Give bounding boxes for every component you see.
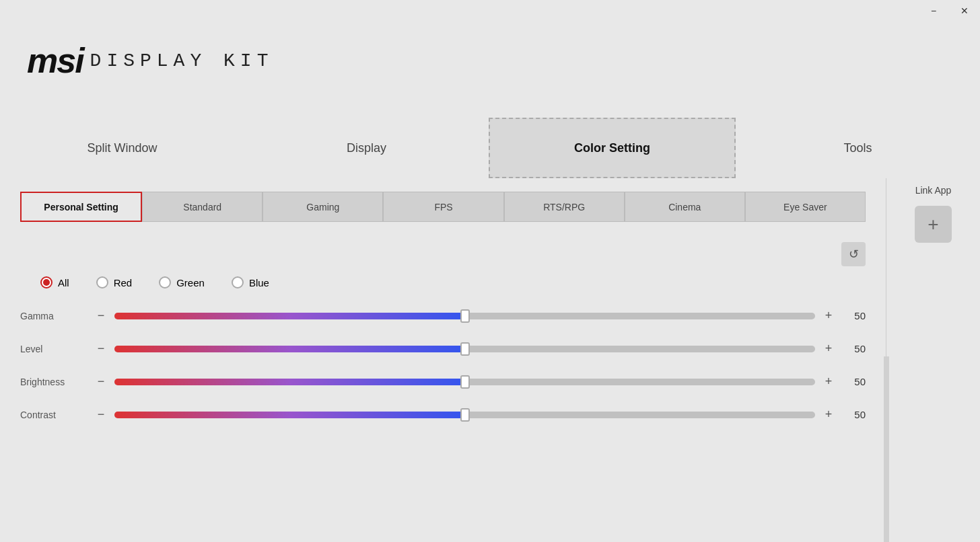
slider-gamma-thumb[interactable] xyxy=(460,309,470,323)
radio-all[interactable]: All xyxy=(40,276,69,288)
slider-gamma-label: Gamma xyxy=(20,311,88,321)
profile-tabs: Personal Setting Standard Gaming FPS RTS… xyxy=(20,192,866,222)
slider-level-thumb[interactable] xyxy=(460,342,470,356)
radio-blue-label: Blue xyxy=(249,277,269,288)
slider-contrast-thumb[interactable] xyxy=(460,408,470,422)
slider-level-fill xyxy=(114,346,465,352)
profile-tab-standard[interactable]: Standard xyxy=(142,192,262,222)
slider-brightness-plus[interactable]: + xyxy=(822,375,835,389)
radio-green[interactable]: Green xyxy=(159,276,205,288)
slider-gamma-value: 50 xyxy=(842,310,866,321)
slider-contrast-plus[interactable]: + xyxy=(822,408,835,422)
radio-green-label: Green xyxy=(176,277,205,288)
minimize-button[interactable]: − xyxy=(918,0,949,22)
slider-level-value: 50 xyxy=(842,343,866,354)
profile-tab-eye-saver[interactable]: Eye Saver xyxy=(745,192,866,222)
slider-gamma-minus[interactable]: − xyxy=(94,309,108,323)
profile-tab-rts-rpg[interactable]: RTS/RPG xyxy=(504,192,625,222)
slider-gamma-fill xyxy=(114,313,465,319)
link-app-add-button[interactable]: + xyxy=(915,206,952,243)
scrollbar[interactable] xyxy=(884,356,889,542)
slider-gamma-plus[interactable]: + xyxy=(822,309,835,323)
radio-all-circle xyxy=(40,276,53,288)
slider-row-contrast: Contrast − + 50 xyxy=(20,408,866,422)
reset-area: ↺ xyxy=(20,242,866,266)
radio-red[interactable]: Red xyxy=(96,276,133,288)
profile-tab-cinema[interactable]: Cinema xyxy=(625,192,745,222)
tab-split-window[interactable]: Split Window xyxy=(0,118,244,178)
slider-row-gamma: Gamma − + 50 xyxy=(20,309,866,323)
slider-contrast-minus[interactable]: − xyxy=(94,408,108,422)
slider-contrast-label: Contrast xyxy=(20,410,88,420)
profile-tab-fps[interactable]: FPS xyxy=(383,192,503,222)
content-area: Personal Setting Standard Gaming FPS RTS… xyxy=(0,178,980,542)
slider-contrast-fill xyxy=(114,412,465,418)
close-button[interactable]: ✕ xyxy=(949,0,980,22)
slider-level-label: Level xyxy=(20,344,88,354)
slider-contrast-track[interactable] xyxy=(114,412,815,418)
radio-blue-circle xyxy=(232,276,244,288)
slider-contrast-value: 50 xyxy=(842,409,866,420)
slider-level-track[interactable] xyxy=(114,346,815,352)
slider-brightness-value: 50 xyxy=(842,376,866,387)
radio-red-circle xyxy=(96,276,108,288)
color-channels: All Red Green Blue xyxy=(20,276,866,288)
main-panel: Personal Setting Standard Gaming FPS RTS… xyxy=(0,178,886,542)
profile-tab-personal[interactable]: Personal Setting xyxy=(20,192,142,222)
reset-button[interactable]: ↺ xyxy=(841,242,866,266)
slider-row-brightness: Brightness − + 50 xyxy=(20,375,866,389)
tab-color-setting[interactable]: Color Setting xyxy=(489,118,736,178)
title-bar: − ✕ xyxy=(918,0,980,22)
slider-row-level: Level − + 50 xyxy=(20,342,866,356)
slider-brightness-thumb[interactable] xyxy=(460,375,470,389)
slider-brightness-label: Brightness xyxy=(20,377,88,387)
slider-brightness-minus[interactable]: − xyxy=(94,375,108,389)
radio-red-label: Red xyxy=(114,277,133,288)
tab-tools[interactable]: Tools xyxy=(736,118,980,178)
header: msi DISPLAY KIT xyxy=(0,0,980,108)
logo-area: msi DISPLAY KIT xyxy=(27,40,273,81)
slider-brightness-track[interactable] xyxy=(114,379,815,385)
tab-display[interactable]: Display xyxy=(244,118,489,178)
radio-all-label: All xyxy=(58,277,69,288)
radio-green-circle xyxy=(159,276,171,288)
slider-brightness-fill xyxy=(114,379,465,385)
radio-blue[interactable]: Blue xyxy=(232,276,269,288)
profile-tab-gaming[interactable]: Gaming xyxy=(262,192,383,222)
right-panel: Link App + xyxy=(886,178,980,542)
logo-subtitle: DISPLAY KIT xyxy=(90,50,274,71)
nav-tabs: Split Window Display Color Setting Tools xyxy=(0,118,980,178)
logo-msi: msi xyxy=(27,40,83,81)
slider-level-minus[interactable]: − xyxy=(94,342,108,356)
link-app-label: Link App xyxy=(915,185,952,196)
slider-level-plus[interactable]: + xyxy=(822,342,835,356)
slider-gamma-track[interactable] xyxy=(114,313,815,319)
